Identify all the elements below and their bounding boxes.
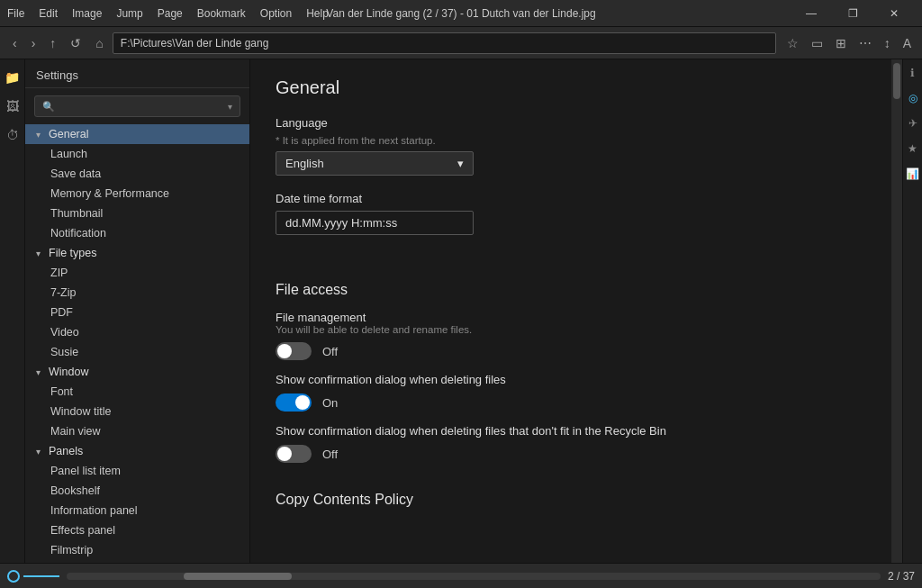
- compass-icon[interactable]: ◎: [908, 92, 917, 104]
- circle-nav[interactable]: [7, 570, 59, 583]
- tree-label-information-panel: Information panel: [50, 504, 138, 517]
- tree-item-window[interactable]: ▾Window: [25, 362, 249, 382]
- tree-item-information-panel[interactable]: Information panel: [25, 501, 249, 520]
- file-management-toggle[interactable]: [276, 342, 312, 360]
- view-icon[interactable]: ⊞: [832, 34, 850, 52]
- tree-item-pdf[interactable]: PDF: [25, 303, 249, 322]
- menu-option[interactable]: Option: [260, 7, 292, 20]
- bottom-bar: 2 / 37: [0, 563, 922, 588]
- tree-label-panel-list-item: Panel list item: [50, 465, 121, 477]
- tree-item-general[interactable]: ▾General: [25, 124, 249, 144]
- tree-item-susie[interactable]: Susie: [25, 342, 249, 362]
- section-title: General: [276, 77, 866, 98]
- datetime-input[interactable]: [276, 211, 474, 235]
- confirm-delete-recycle-section: Show confirmation dialog when deleting f…: [276, 424, 866, 463]
- menu-help[interactable]: Help: [306, 7, 329, 20]
- left-icon-bar: 📁 🖼 ⏱: [0, 59, 25, 563]
- forward-button[interactable]: ›: [26, 32, 41, 54]
- menu-image[interactable]: Image: [72, 7, 102, 20]
- tree-item-memory-performance[interactable]: Memory & Performance: [25, 184, 249, 204]
- confirm-delete-recycle-knob: [277, 447, 292, 461]
- bottom-scroll-thumb[interactable]: [184, 573, 292, 580]
- menu-edit[interactable]: Edit: [39, 7, 58, 20]
- tree-caret-general: ▾: [36, 130, 45, 140]
- main-layout: 📁 🖼 ⏱ Settings 🔍 ▾ ▾GeneralLaunchSave da…: [0, 59, 922, 563]
- tree-item-file-types[interactable]: ▾File types: [25, 243, 249, 263]
- close-button[interactable]: ✕: [873, 0, 915, 27]
- history-icon[interactable]: ⏱: [3, 124, 23, 146]
- search-dropdown-icon[interactable]: ▾: [228, 102, 232, 112]
- nav-circle[interactable]: [7, 570, 20, 583]
- tree-item-panels[interactable]: ▾Panels: [25, 441, 249, 461]
- tree-item-filmstrip[interactable]: Filmstrip: [25, 540, 249, 560]
- back-button[interactable]: ‹: [7, 32, 23, 54]
- confirm-delete-recycle-state: Off: [322, 448, 338, 461]
- tree-item-font[interactable]: Font: [25, 382, 249, 402]
- scrollbar-thumb[interactable]: [893, 63, 900, 99]
- search-box[interactable]: 🔍 ▾: [34, 95, 240, 117]
- settings-panel: Settings 🔍 ▾ ▾GeneralLaunchSave dataMemo…: [25, 59, 250, 563]
- chart-icon[interactable]: 📊: [906, 167, 919, 180]
- tree-label-file-types: File types: [49, 247, 97, 259]
- tree-label-notification: Notification: [50, 227, 106, 240]
- menu-file[interactable]: File: [7, 7, 24, 20]
- confirm-delete-knob: [295, 395, 310, 410]
- tree-caret-file-types: ▾: [36, 249, 45, 258]
- tree-label-thumbnail: Thumbnail: [50, 207, 103, 220]
- confirm-delete-recycle-toggle-row: Off: [276, 445, 866, 463]
- info-right-icon[interactable]: ℹ: [910, 67, 915, 79]
- library-icon[interactable]: 📁: [1, 67, 23, 88]
- tree-item-effects-panel[interactable]: Effects panel: [25, 520, 249, 540]
- confirm-delete-toggle[interactable]: [276, 394, 312, 412]
- tree-item-panel-list-item[interactable]: Panel list item: [25, 461, 249, 481]
- minimize-button[interactable]: —: [791, 0, 832, 27]
- home-button[interactable]: ⌂: [90, 32, 108, 54]
- search-input[interactable]: [60, 100, 222, 113]
- window-controls[interactable]: — ❐ ✕: [791, 0, 915, 27]
- path-input[interactable]: [113, 32, 776, 54]
- page-indicator: 2 / 37: [888, 570, 915, 583]
- tree-label-effects-panel: Effects panel: [50, 524, 115, 537]
- settings-right-icon[interactable]: ↕: [881, 34, 894, 52]
- text-icon[interactable]: A: [899, 34, 915, 52]
- star-icon[interactable]: ★: [908, 142, 917, 155]
- tree-item-save-data[interactable]: Save data: [25, 164, 249, 184]
- file-management-state: Off: [322, 345, 338, 358]
- copy-contents-title: Copy Contents Policy: [276, 492, 866, 508]
- bottom-scrollbar[interactable]: [67, 573, 881, 580]
- tree-label-memory-performance: Memory & Performance: [50, 187, 169, 200]
- tree-item-bookshelf[interactable]: Bookshelf: [25, 481, 249, 501]
- reload-button[interactable]: ↺: [65, 32, 86, 54]
- maximize-button[interactable]: ❐: [832, 0, 873, 27]
- up-button[interactable]: ↑: [44, 32, 61, 54]
- language-select[interactable]: English ▾: [276, 151, 474, 176]
- tree-item-main-view[interactable]: Main view: [25, 421, 249, 441]
- bookmark-icon[interactable]: ☆: [783, 34, 802, 52]
- menu-bookmark[interactable]: Bookmark: [197, 7, 246, 20]
- more-icon[interactable]: ⋯: [855, 34, 875, 52]
- menu-bar[interactable]: File Edit Image Jump Page Bookmark Optio…: [7, 7, 329, 20]
- language-value: English: [285, 157, 324, 170]
- nav-line: [23, 575, 59, 577]
- tree-item-video[interactable]: Video: [25, 322, 249, 342]
- tree-item-notification[interactable]: Notification: [25, 223, 249, 243]
- tree-item-7zip[interactable]: 7-Zip: [25, 283, 249, 303]
- tree-item-launch[interactable]: Launch: [25, 144, 249, 164]
- tree-item-thumbnail[interactable]: Thumbnail: [25, 204, 249, 223]
- menu-page[interactable]: Page: [158, 7, 183, 20]
- panel-icon[interactable]: ▭: [808, 34, 827, 52]
- tree-label-7zip: 7-Zip: [50, 286, 76, 299]
- tree-item-slider[interactable]: Slider: [25, 560, 249, 563]
- tree-label-video: Video: [50, 326, 79, 339]
- tree-label-susie: Susie: [50, 346, 78, 358]
- tree-item-window-title[interactable]: Window title: [25, 402, 249, 421]
- window-title-text: Van der Linde gang (2 / 37) - 01 Dutch v…: [326, 7, 595, 20]
- image-icon[interactable]: 🖼: [3, 95, 23, 117]
- tree-item-zip[interactable]: ZIP: [25, 263, 249, 283]
- scrollbar-track[interactable]: [891, 59, 902, 563]
- confirm-delete-label: Show confirmation dialog when deleting f…: [276, 373, 866, 386]
- language-label: Language: [276, 116, 866, 130]
- plane-icon[interactable]: ✈: [908, 117, 917, 130]
- confirm-delete-recycle-toggle[interactable]: [276, 445, 312, 463]
- menu-jump[interactable]: Jump: [116, 7, 142, 20]
